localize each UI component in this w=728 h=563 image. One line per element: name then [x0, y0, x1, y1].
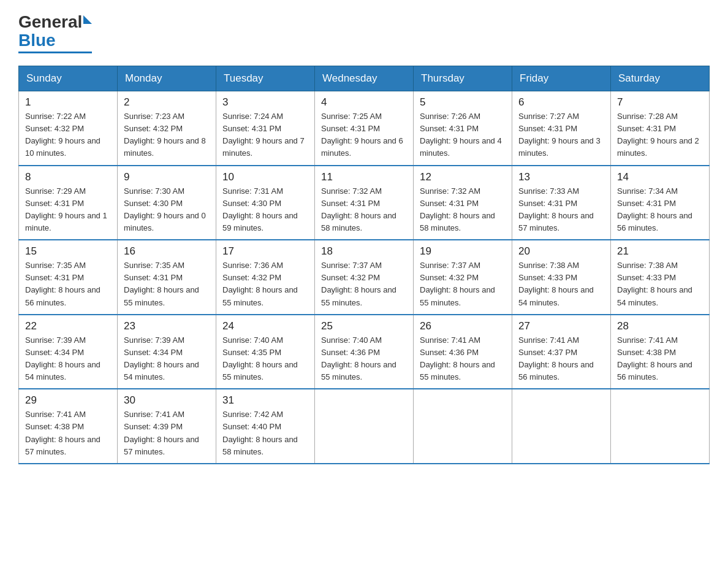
header-row: Sunday Monday Tuesday Wednesday Thursday… — [19, 66, 710, 91]
day-info: Sunrise: 7:24 AMSunset: 4:31 PMDaylight:… — [222, 110, 308, 160]
day-number: 4 — [321, 96, 407, 109]
table-row: 24 Sunrise: 7:40 AMSunset: 4:35 PMDaylig… — [216, 315, 315, 389]
table-row — [512, 389, 611, 464]
logo-underline — [18, 52, 92, 53]
table-row: 21 Sunrise: 7:38 AMSunset: 4:33 PMDaylig… — [611, 240, 710, 315]
day-number: 2 — [124, 96, 210, 109]
day-number: 31 — [222, 394, 308, 407]
day-number: 1 — [25, 96, 111, 109]
table-row: 31 Sunrise: 7:42 AMSunset: 4:40 PMDaylig… — [216, 389, 315, 464]
day-number: 7 — [617, 96, 703, 109]
table-row: 5 Sunrise: 7:26 AMSunset: 4:31 PMDayligh… — [414, 91, 512, 166]
day-info: Sunrise: 7:29 AMSunset: 4:31 PMDaylight:… — [25, 185, 111, 235]
day-info: Sunrise: 7:36 AMSunset: 4:32 PMDaylight:… — [222, 259, 308, 309]
table-row — [414, 389, 512, 464]
day-number: 20 — [518, 245, 604, 258]
table-row: 25 Sunrise: 7:40 AMSunset: 4:36 PMDaylig… — [315, 315, 414, 389]
table-row: 19 Sunrise: 7:37 AMSunset: 4:32 PMDaylig… — [414, 240, 512, 315]
table-row: 20 Sunrise: 7:38 AMSunset: 4:33 PMDaylig… — [512, 240, 611, 315]
col-tuesday: Tuesday — [216, 66, 315, 91]
table-row: 9 Sunrise: 7:30 AMSunset: 4:30 PMDayligh… — [118, 166, 216, 240]
day-number: 28 — [617, 320, 703, 332]
table-row: 28 Sunrise: 7:41 AMSunset: 4:38 PMDaylig… — [611, 315, 710, 389]
table-row: 11 Sunrise: 7:32 AMSunset: 4:31 PMDaylig… — [315, 166, 414, 240]
day-info: Sunrise: 7:38 AMSunset: 4:33 PMDaylight:… — [617, 259, 703, 309]
table-row: 4 Sunrise: 7:25 AMSunset: 4:31 PMDayligh… — [315, 91, 414, 166]
day-info: Sunrise: 7:42 AMSunset: 4:40 PMDaylight:… — [222, 408, 308, 458]
day-number: 17 — [222, 245, 308, 258]
logo-blue-text: Blue — [18, 31, 56, 50]
day-info: Sunrise: 7:23 AMSunset: 4:32 PMDaylight:… — [124, 110, 210, 160]
logo-arrow-icon — [83, 15, 92, 24]
day-info: Sunrise: 7:33 AMSunset: 4:31 PMDaylight:… — [518, 185, 604, 235]
table-row: 26 Sunrise: 7:41 AMSunset: 4:36 PMDaylig… — [414, 315, 512, 389]
table-row: 18 Sunrise: 7:37 AMSunset: 4:32 PMDaylig… — [315, 240, 414, 315]
day-number: 11 — [321, 171, 407, 183]
day-info: Sunrise: 7:35 AMSunset: 4:31 PMDaylight:… — [25, 259, 111, 309]
day-info: Sunrise: 7:32 AMSunset: 4:31 PMDaylight:… — [420, 185, 506, 235]
day-number: 6 — [518, 96, 604, 109]
table-row: 12 Sunrise: 7:32 AMSunset: 4:31 PMDaylig… — [414, 166, 512, 240]
calendar-week-row: 15 Sunrise: 7:35 AMSunset: 4:31 PMDaylig… — [19, 240, 710, 315]
day-info: Sunrise: 7:27 AMSunset: 4:31 PMDaylight:… — [518, 110, 604, 160]
logo: General Blue — [18, 12, 92, 53]
day-number: 13 — [518, 171, 604, 183]
day-number: 26 — [420, 320, 506, 332]
day-number: 30 — [124, 394, 210, 407]
table-row: 16 Sunrise: 7:35 AMSunset: 4:31 PMDaylig… — [118, 240, 216, 315]
day-number: 3 — [222, 96, 308, 109]
table-row: 2 Sunrise: 7:23 AMSunset: 4:32 PMDayligh… — [118, 91, 216, 166]
col-saturday: Saturday — [611, 66, 710, 91]
table-row: 17 Sunrise: 7:36 AMSunset: 4:32 PMDaylig… — [216, 240, 315, 315]
calendar-week-row: 29 Sunrise: 7:41 AMSunset: 4:38 PMDaylig… — [19, 389, 710, 464]
col-thursday: Thursday — [414, 66, 512, 91]
day-info: Sunrise: 7:41 AMSunset: 4:39 PMDaylight:… — [124, 408, 210, 458]
table-row: 3 Sunrise: 7:24 AMSunset: 4:31 PMDayligh… — [216, 91, 315, 166]
table-row: 13 Sunrise: 7:33 AMSunset: 4:31 PMDaylig… — [512, 166, 611, 240]
day-info: Sunrise: 7:31 AMSunset: 4:30 PMDaylight:… — [222, 185, 308, 235]
table-row: 8 Sunrise: 7:29 AMSunset: 4:31 PMDayligh… — [19, 166, 118, 240]
day-info: Sunrise: 7:37 AMSunset: 4:32 PMDaylight:… — [420, 259, 506, 309]
col-friday: Friday — [512, 66, 611, 91]
table-row: 29 Sunrise: 7:41 AMSunset: 4:38 PMDaylig… — [19, 389, 118, 464]
day-info: Sunrise: 7:41 AMSunset: 4:38 PMDaylight:… — [617, 334, 703, 384]
day-info: Sunrise: 7:39 AMSunset: 4:34 PMDaylight:… — [124, 334, 210, 384]
logo-general-text: General — [18, 12, 82, 32]
table-row: 7 Sunrise: 7:28 AMSunset: 4:31 PMDayligh… — [611, 91, 710, 166]
day-number: 19 — [420, 245, 506, 258]
table-row — [611, 389, 710, 464]
table-row: 27 Sunrise: 7:41 AMSunset: 4:37 PMDaylig… — [512, 315, 611, 389]
col-wednesday: Wednesday — [315, 66, 414, 91]
day-number: 24 — [222, 320, 308, 332]
day-number: 16 — [124, 245, 210, 258]
table-row: 23 Sunrise: 7:39 AMSunset: 4:34 PMDaylig… — [118, 315, 216, 389]
table-row: 15 Sunrise: 7:35 AMSunset: 4:31 PMDaylig… — [19, 240, 118, 315]
day-info: Sunrise: 7:39 AMSunset: 4:34 PMDaylight:… — [25, 334, 111, 384]
day-number: 18 — [321, 245, 407, 258]
day-info: Sunrise: 7:25 AMSunset: 4:31 PMDaylight:… — [321, 110, 407, 160]
table-row: 30 Sunrise: 7:41 AMSunset: 4:39 PMDaylig… — [118, 389, 216, 464]
day-info: Sunrise: 7:41 AMSunset: 4:36 PMDaylight:… — [420, 334, 506, 384]
table-row — [315, 389, 414, 464]
day-number: 25 — [321, 320, 407, 332]
day-number: 8 — [25, 171, 111, 183]
day-info: Sunrise: 7:38 AMSunset: 4:33 PMDaylight:… — [518, 259, 604, 309]
day-info: Sunrise: 7:35 AMSunset: 4:31 PMDaylight:… — [124, 259, 210, 309]
table-row: 1 Sunrise: 7:22 AMSunset: 4:32 PMDayligh… — [19, 91, 118, 166]
calendar-table: Sunday Monday Tuesday Wednesday Thursday… — [18, 66, 710, 464]
day-number: 15 — [25, 245, 111, 258]
day-number: 5 — [420, 96, 506, 109]
table-row: 22 Sunrise: 7:39 AMSunset: 4:34 PMDaylig… — [19, 315, 118, 389]
day-info: Sunrise: 7:40 AMSunset: 4:36 PMDaylight:… — [321, 334, 407, 384]
day-info: Sunrise: 7:26 AMSunset: 4:31 PMDaylight:… — [420, 110, 506, 160]
day-number: 29 — [25, 394, 111, 407]
day-info: Sunrise: 7:41 AMSunset: 4:37 PMDaylight:… — [518, 334, 604, 384]
calendar-week-row: 8 Sunrise: 7:29 AMSunset: 4:31 PMDayligh… — [19, 166, 710, 240]
day-number: 10 — [222, 171, 308, 183]
col-sunday: Sunday — [19, 66, 118, 91]
table-row: 10 Sunrise: 7:31 AMSunset: 4:30 PMDaylig… — [216, 166, 315, 240]
table-row: 6 Sunrise: 7:27 AMSunset: 4:31 PMDayligh… — [512, 91, 611, 166]
day-number: 21 — [617, 245, 703, 258]
logo-blue-part — [82, 20, 92, 24]
day-number: 23 — [124, 320, 210, 332]
